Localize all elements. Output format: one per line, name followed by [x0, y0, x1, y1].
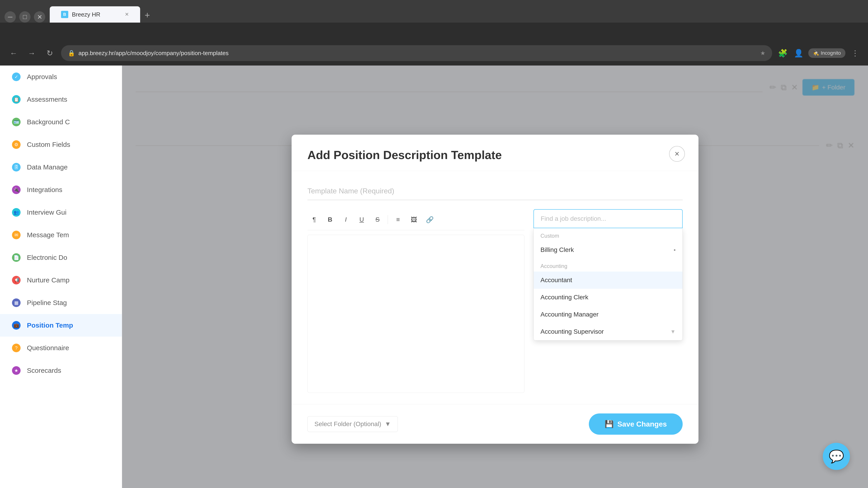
sidebar: ✓ Approvals 📋 Assessments 🪪 Background C…: [0, 66, 122, 488]
toolbar-list[interactable]: ≡: [391, 213, 405, 226]
tab-close-btn[interactable]: ✕: [125, 11, 129, 18]
job-item-accounting-clerk[interactable]: Accounting Clerk: [534, 289, 682, 306]
extensions-btn[interactable]: 🧩: [777, 47, 789, 59]
assessments-icon: 📋: [12, 95, 21, 104]
toolbar-sep-1: [388, 215, 388, 224]
toolbar-image[interactable]: 🖼: [407, 213, 421, 226]
job-item-billing-clerk[interactable]: Billing Clerk ▪: [534, 241, 682, 258]
sidebar-item-interview-guide[interactable]: 👥 Interview Gui: [0, 201, 122, 224]
text-editor-area: ¶ B I U S ≡ 🖼 🔗: [307, 209, 524, 393]
position-icon: 💼: [12, 321, 21, 330]
tab-bar: ─ □ ✕ B Breezy HR ✕ +: [0, 0, 868, 23]
custom-fields-icon: ⚙: [12, 140, 21, 149]
sidebar-label-questionnaire: Questionnaire: [27, 344, 69, 352]
menu-btn[interactable]: ⋮: [849, 47, 861, 59]
section-label-custom: Custom: [534, 228, 682, 241]
sidebar-label-integrations: Integrations: [27, 186, 62, 194]
sidebar-label-data-manage: Data Manage: [27, 163, 68, 171]
toolbar-strikethrough[interactable]: S: [371, 213, 384, 226]
sidebar-item-message-template[interactable]: ✉ Message Tem: [0, 224, 122, 246]
sidebar-label-electronic-doc: Electronic Do: [27, 254, 67, 261]
sidebar-label-custom-fields: Custom Fields: [27, 141, 70, 149]
accounting-supervisor-arrow: ▼: [670, 328, 676, 335]
sidebar-label-position: Position Temp: [27, 322, 73, 329]
forward-button[interactable]: →: [25, 46, 38, 60]
main-content: ✏ ⧉ ✕ 📁 + Folder ✏ ⧉ ✕: [122, 66, 868, 488]
modal-dialog: Add Position Description Template × ¶: [291, 135, 699, 444]
sidebar-item-background[interactable]: 🪪 Background C: [0, 111, 122, 133]
sidebar-item-data-manage[interactable]: 🗄 Data Manage: [0, 156, 122, 178]
chat-button[interactable]: 💬: [823, 443, 850, 470]
toolbar-italic[interactable]: I: [339, 213, 352, 226]
toolbar-link[interactable]: 🔗: [423, 213, 436, 226]
modal-close-button[interactable]: ×: [669, 146, 685, 162]
sidebar-item-approvals[interactable]: ✓ Approvals: [0, 66, 122, 88]
sidebar-label-assessments: Assessments: [27, 96, 67, 103]
sidebar-item-questionnaire[interactable]: ? Questionnaire: [0, 337, 122, 359]
back-button[interactable]: ←: [7, 46, 20, 60]
incognito-badge: 🕵️ Incognito: [808, 48, 845, 58]
window-maximize[interactable]: □: [19, 11, 31, 23]
sidebar-label-message: Message Tem: [27, 231, 69, 239]
sidebar-item-integrations[interactable]: 🔌 Integrations: [0, 178, 122, 201]
profiles-btn[interactable]: 👤: [793, 47, 805, 59]
section-label-accounting: Accounting: [534, 258, 682, 271]
modal-overlay: Add Position Description Template × ¶: [122, 66, 868, 488]
toolbar-bold[interactable]: B: [323, 213, 337, 226]
sidebar-label-nurture: Nurture Camp: [27, 276, 69, 284]
folder-select-label: Select Folder (Optional): [314, 420, 381, 428]
modal-footer: Select Folder (Optional) ▼ 💾 Save Change…: [291, 404, 699, 444]
window-minimize[interactable]: ─: [4, 11, 16, 23]
toolbar-paragraph[interactable]: ¶: [307, 213, 321, 226]
sidebar-label-approvals: Approvals: [27, 73, 57, 80]
electronic-doc-icon: 📄: [12, 253, 21, 262]
browser-chrome: ─ □ ✕ B Breezy HR ✕ +: [0, 0, 868, 41]
sidebar-item-position-templates[interactable]: 💼 Position Temp: [0, 314, 122, 337]
new-tab-button[interactable]: +: [140, 8, 154, 23]
sidebar-item-nurture[interactable]: 📢 Nurture Camp: [0, 269, 122, 291]
sidebar-label-background: Background C: [27, 118, 70, 126]
background-icon: 🪪: [12, 118, 21, 126]
questionnaire-icon: ?: [12, 344, 21, 352]
interview-icon: 👥: [12, 208, 21, 217]
url-text: app.breezy.hr/app/c/moodjoy/company/posi…: [79, 50, 757, 57]
template-name-input[interactable]: [307, 182, 683, 200]
job-dropdown: Custom Billing Clerk ▪ Accounting Accoun…: [533, 228, 683, 340]
job-search-input[interactable]: [533, 209, 683, 228]
url-bar[interactable]: 🔒 app.breezy.hr/app/c/moodjoy/company/po…: [61, 45, 772, 61]
save-icon: 💾: [604, 420, 614, 428]
sidebar-label-pipeline: Pipeline Stag: [27, 299, 67, 306]
folder-chevron-icon: ▼: [385, 420, 391, 428]
reload-button[interactable]: ↻: [43, 46, 57, 60]
editor-toolbar: ¶ B I U S ≡ 🖼 🔗: [307, 209, 524, 230]
job-item-accounting-supervisor[interactable]: Accounting Supervisor ▼: [534, 323, 682, 340]
nurture-icon: 📢: [12, 276, 21, 285]
sidebar-item-electronic-doc[interactable]: 📄 Electronic Do: [0, 246, 122, 269]
data-manage-icon: 🗄: [12, 163, 21, 171]
message-icon: ✉: [12, 231, 21, 239]
save-changes-button[interactable]: 💾 Save Changes: [589, 414, 683, 435]
save-label: Save Changes: [617, 420, 667, 428]
browser-actions: 🧩 👤 🕵️ Incognito ⋮: [777, 47, 861, 59]
modal-title: Add Position Description Template: [307, 148, 683, 162]
sidebar-label-interview: Interview Gui: [27, 208, 66, 216]
toolbar-underline[interactable]: U: [355, 213, 368, 226]
job-description-container: Custom Billing Clerk ▪ Accounting Accoun…: [533, 209, 683, 393]
job-item-accounting-manager[interactable]: Accounting Manager: [534, 306, 682, 323]
job-item-accountant[interactable]: Accountant: [534, 271, 682, 289]
pipeline-icon: ▦: [12, 298, 21, 307]
scorecards-icon: ★: [12, 366, 21, 375]
folder-select[interactable]: Select Folder (Optional) ▼: [307, 416, 398, 432]
active-tab[interactable]: B Breezy HR ✕: [50, 6, 140, 23]
modal-header: Add Position Description Template ×: [291, 135, 699, 171]
app-layout: ✓ Approvals 📋 Assessments 🪪 Background C…: [0, 66, 868, 488]
sidebar-item-assessments[interactable]: 📋 Assessments: [0, 88, 122, 111]
approvals-icon: ✓: [12, 72, 21, 81]
editor-content[interactable]: [307, 235, 524, 393]
sidebar-item-scorecards[interactable]: ★ Scorecards: [0, 359, 122, 382]
integrations-icon: 🔌: [12, 186, 21, 194]
sidebar-item-pipeline[interactable]: ▦ Pipeline Stag: [0, 291, 122, 314]
sidebar-item-custom-fields[interactable]: ⚙ Custom Fields: [0, 133, 122, 156]
billing-clerk-icon: ▪: [674, 247, 676, 253]
window-close[interactable]: ✕: [34, 11, 45, 23]
